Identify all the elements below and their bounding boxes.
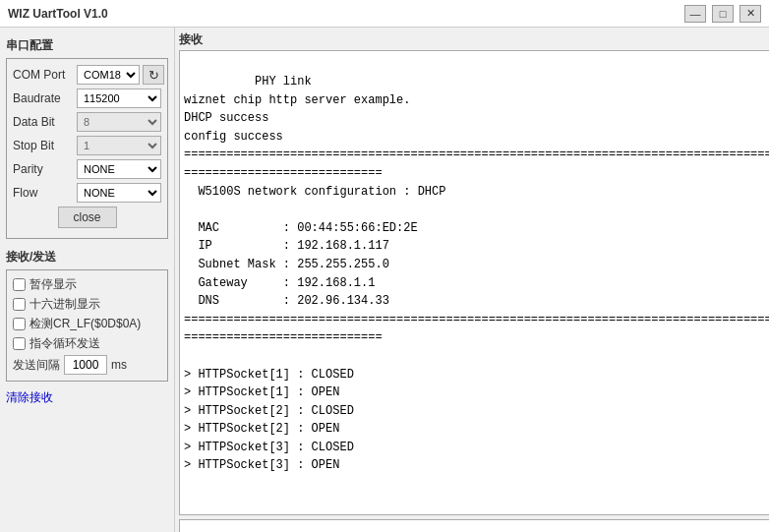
flow-row: Flow NONE [13,183,161,203]
stop-bit-label: Stop Bit [13,139,77,152]
stop-bit-select[interactable]: 1 [77,136,161,155]
pause-label: 暂停显示 [30,276,77,293]
loop-row: 指令循环发送 [13,335,161,352]
recv-display-container: PHY link wiznet chip http server example… [179,50,769,515]
hex-label: 十六进制显示 [30,296,100,313]
com-refresh-button[interactable]: ↻ [143,65,164,85]
title-bar: WIZ UartTool V1.0 — □ ✕ [0,0,769,28]
loop-checkbox[interactable] [13,337,26,350]
pause-row: 暂停显示 [13,276,161,293]
flow-select[interactable]: NONE [77,183,161,203]
interval-input[interactable]: 1000 [64,355,107,375]
serial-config-box: COM Port COM18 ↻ Baudrate 115200 Data Bi… [6,58,168,239]
clear-recv-link[interactable]: 清除接收 [6,389,168,406]
window-controls: — □ ✕ [684,5,761,23]
crlf-label: 检测CR_LF($0D$0A) [30,316,141,332]
com-port-controls: COM18 ↻ [77,65,164,85]
parity-label: Parity [13,162,77,176]
right-panel: 接收 PHY link wiznet chip http server exam… [175,28,769,532]
minimize-button[interactable]: — [684,5,706,23]
send-area: ▲ ▼ send clear [179,519,769,532]
data-bit-label: Data Bit [13,115,77,129]
recv-send-title: 接收/发送 [6,249,168,266]
serial-close-button[interactable]: close [58,207,117,228]
parity-select[interactable]: NONE [77,159,161,179]
send-input-wrapper [179,519,769,532]
hex-checkbox[interactable] [13,298,26,311]
recv-send-box: 暂停显示 十六进制显示 检测CR_LF($0D$0A) 指令循环发送 发送间隔 … [6,269,168,382]
hex-row: 十六进制显示 [13,296,161,313]
recv-text: PHY link wiznet chip http server example… [184,75,769,472]
baudrate-label: Baudrate [13,91,77,105]
data-bit-row: Data Bit 8 [13,112,161,132]
pause-checkbox[interactable] [13,278,26,291]
serial-config-title: 串口配置 [6,37,168,54]
interval-row: 发送间隔 1000 ms [13,355,161,375]
send-input[interactable] [179,519,769,532]
com-port-label: COM Port [13,68,77,82]
crlf-checkbox[interactable] [13,318,26,330]
app-title: WIZ UartTool V1.0 [8,7,108,21]
main-layout: 串口配置 COM Port COM18 ↻ Baudrate 115200 [0,28,769,532]
stop-bit-row: Stop Bit 1 [13,136,161,155]
data-bit-select[interactable]: 8 [77,112,161,132]
baudrate-row: Baudrate 115200 [13,89,161,108]
ms-label: ms [111,358,127,372]
parity-row: Parity NONE [13,159,161,179]
com-port-row: COM Port COM18 ↻ [13,65,161,85]
recv-section: 接收 PHY link wiznet chip http server exam… [179,31,769,515]
left-panel: 串口配置 COM Port COM18 ↻ Baudrate 115200 [0,28,175,532]
flow-label: Flow [13,186,77,200]
loop-label: 指令循环发送 [30,335,100,352]
crlf-row: 检测CR_LF($0D$0A) [13,316,161,332]
recv-title: 接收 [179,31,769,48]
interval-label: 发送间隔 [13,357,60,374]
maximize-button[interactable]: □ [712,5,734,23]
com-port-select[interactable]: COM18 [77,65,140,85]
baudrate-select[interactable]: 115200 [77,89,161,108]
recv-display: PHY link wiznet chip http server example… [179,50,769,515]
close-window-button[interactable]: ✕ [739,5,761,23]
